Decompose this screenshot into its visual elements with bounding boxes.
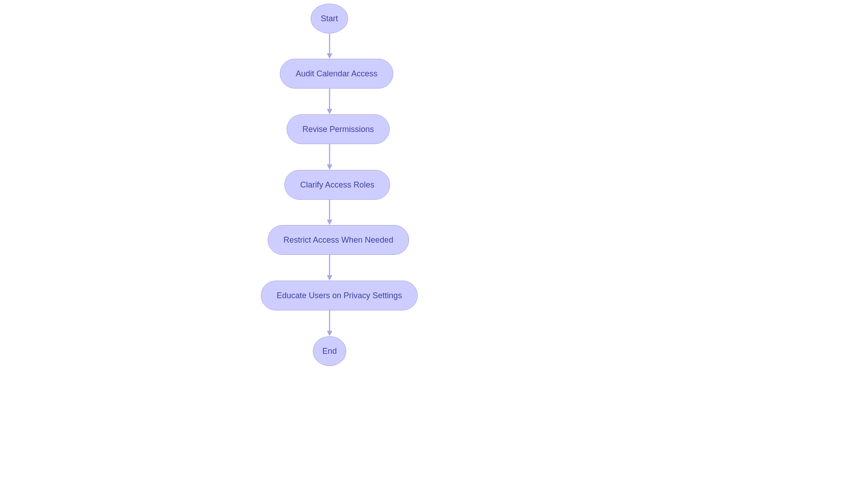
svg-marker-3 bbox=[327, 109, 332, 114]
node-restrict-label: Restrict Access When Needed bbox=[283, 235, 393, 245]
node-end: End bbox=[313, 336, 346, 366]
svg-marker-1 bbox=[327, 53, 332, 59]
svg-marker-5 bbox=[327, 164, 332, 170]
node-audit-label: Audit Calendar Access bbox=[296, 69, 377, 79]
node-educate: Educate Users on Privacy Settings bbox=[261, 281, 418, 310]
node-clarify: Clarify Access Roles bbox=[284, 170, 390, 200]
svg-marker-7 bbox=[327, 220, 332, 225]
node-start-label: Start bbox=[321, 14, 338, 23]
node-revise: Revise Permissions bbox=[287, 114, 390, 144]
node-educate-label: Educate Users on Privacy Settings bbox=[277, 291, 402, 300]
edge-audit-revise bbox=[326, 89, 333, 114]
node-audit: Audit Calendar Access bbox=[280, 59, 393, 89]
svg-marker-9 bbox=[327, 275, 332, 281]
edge-revise-clarify bbox=[326, 144, 333, 170]
node-restrict: Restrict Access When Needed bbox=[268, 225, 409, 255]
svg-marker-11 bbox=[327, 331, 332, 336]
edge-clarify-restrict bbox=[326, 200, 333, 225]
node-end-label: End bbox=[322, 347, 337, 356]
edge-start-audit bbox=[326, 33, 333, 59]
node-start: Start bbox=[311, 4, 348, 33]
flowchart-canvas: Start Audit Calendar Access Revise Permi… bbox=[0, 0, 868, 488]
node-revise-label: Revise Permissions bbox=[302, 125, 374, 134]
edge-restrict-educate bbox=[326, 255, 333, 281]
edge-educate-end bbox=[326, 310, 333, 336]
node-clarify-label: Clarify Access Roles bbox=[300, 180, 374, 190]
